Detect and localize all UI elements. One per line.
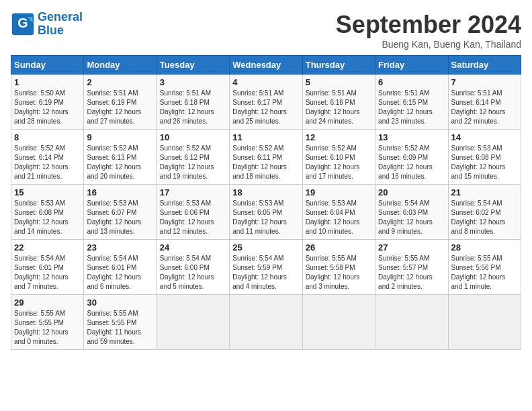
day-info: Sunrise: 5:54 AMSunset: 6:01 PMDaylight:… [87,254,153,291]
day-number: 22 [14,242,81,253]
sunset: Sunset: 6:00 PM [160,264,210,271]
sunset: Sunset: 6:08 PM [451,154,501,161]
day-number: 27 [378,242,445,253]
table-row: 8Sunrise: 5:52 AMSunset: 6:14 PMDaylight… [11,130,84,185]
day-info: Sunrise: 5:55 AMSunset: 5:57 PMDaylight:… [378,254,445,291]
day-info: Sunrise: 5:51 AMSunset: 6:16 PMDaylight:… [306,89,372,126]
sunset: Sunset: 6:14 PM [451,99,501,106]
sunrise: Sunrise: 5:55 AM [451,255,502,262]
day-info: Sunrise: 5:53 AMSunset: 6:07 PMDaylight:… [87,199,153,236]
table-row: 30Sunrise: 5:55 AMSunset: 5:55 PMDayligh… [84,295,157,350]
day-number: 23 [87,242,153,253]
daylight: Daylight: 12 hours and 8 minutes. [451,218,506,235]
day-info: Sunrise: 5:51 AMSunset: 6:15 PMDaylight:… [378,89,445,126]
sunrise: Sunrise: 5:51 AM [232,89,283,97]
calendar-week-row: 22Sunrise: 5:54 AMSunset: 6:01 PMDayligh… [11,240,521,295]
col-sunday: Sunday [11,56,84,75]
daylight: Daylight: 11 hours and 59 minutes. [87,328,141,345]
day-number: 5 [306,77,372,87]
sunset: Sunset: 6:07 PM [87,209,136,216]
daylight: Daylight: 12 hours and 12 minutes. [160,218,214,235]
day-info: Sunrise: 5:53 AMSunset: 6:08 PMDaylight:… [451,144,518,181]
table-row: 5Sunrise: 5:51 AMSunset: 6:16 PMDaylight… [302,75,375,130]
calendar-week-row: 29Sunrise: 5:55 AMSunset: 5:55 PMDayligh… [11,295,521,350]
daylight: Daylight: 12 hours and 26 minutes. [160,108,214,125]
header-area: G General Blue September 2024 Bueng Kan,… [11,11,521,50]
day-number: 9 [87,132,153,142]
calendar-week-row: 8Sunrise: 5:52 AMSunset: 6:14 PMDaylight… [11,130,521,185]
day-number: 12 [306,132,372,142]
sunrise: Sunrise: 5:52 AM [306,144,357,152]
day-info: Sunrise: 5:54 AMSunset: 5:59 PMDaylight:… [232,254,299,291]
col-wednesday: Wednesday [230,56,302,75]
logo-icon: G [11,12,35,36]
day-info: Sunrise: 5:50 AMSunset: 6:19 PMDaylight:… [14,89,81,126]
sunset: Sunset: 6:17 PM [232,99,282,106]
sunset: Sunset: 5:55 PM [87,319,136,326]
calendar-header: Sunday Monday Tuesday Wednesday Thursday… [11,56,521,75]
sunset: Sunset: 6:01 PM [87,264,136,271]
sunrise: Sunrise: 5:55 AM [87,310,138,317]
sunrise: Sunrise: 5:52 AM [87,144,138,152]
day-info: Sunrise: 5:51 AMSunset: 6:18 PMDaylight:… [160,89,226,126]
day-number: 6 [378,77,445,87]
sunrise: Sunrise: 5:53 AM [306,199,357,207]
sunrise: Sunrise: 5:51 AM [378,89,429,97]
sunset: Sunset: 6:04 PM [306,209,355,216]
table-row: 20Sunrise: 5:54 AMSunset: 6:03 PMDayligh… [375,185,448,240]
day-number: 20 [378,187,445,197]
day-info: Sunrise: 5:55 AMSunset: 5:55 PMDaylight:… [87,309,153,347]
daylight: Daylight: 12 hours and 14 minutes. [14,218,69,235]
header-row: Sunday Monday Tuesday Wednesday Thursday… [11,56,521,75]
daylight: Daylight: 12 hours and 16 minutes. [378,163,433,180]
sunrise: Sunrise: 5:54 AM [87,255,138,262]
sunrise: Sunrise: 5:53 AM [232,199,283,207]
table-row: 17Sunrise: 5:53 AMSunset: 6:06 PMDayligh… [157,185,229,240]
calendar-body: 1Sunrise: 5:50 AMSunset: 6:19 PMDaylight… [11,75,521,350]
table-row: 9Sunrise: 5:52 AMSunset: 6:13 PMDaylight… [84,130,157,185]
logo-blue: Blue [38,24,64,37]
sunrise: Sunrise: 5:52 AM [232,144,283,152]
daylight: Daylight: 12 hours and 21 minutes. [14,163,69,180]
day-number: 26 [306,242,372,253]
table-row: 26Sunrise: 5:55 AMSunset: 5:58 PMDayligh… [302,240,375,295]
sunrise: Sunrise: 5:53 AM [451,144,502,152]
calendar-subtitle: Bueng Kan, Bueng Kan, Thailand [336,39,521,50]
day-number: 17 [160,187,226,197]
table-row: 29Sunrise: 5:55 AMSunset: 5:55 PMDayligh… [11,295,84,350]
daylight: Daylight: 12 hours and 23 minutes. [378,108,433,125]
table-row: 27Sunrise: 5:55 AMSunset: 5:57 PMDayligh… [375,240,448,295]
day-info: Sunrise: 5:54 AMSunset: 6:03 PMDaylight:… [378,199,445,236]
day-number: 15 [14,187,81,197]
daylight: Daylight: 12 hours and 27 minutes. [87,108,141,125]
sunrise: Sunrise: 5:53 AM [14,199,65,207]
day-number: 24 [160,242,226,253]
day-info: Sunrise: 5:52 AMSunset: 6:12 PMDaylight:… [160,144,226,181]
table-row: 4Sunrise: 5:51 AMSunset: 6:17 PMDaylight… [230,75,302,130]
day-info: Sunrise: 5:54 AMSunset: 6:02 PMDaylight:… [451,199,518,236]
logo-text: General Blue [38,11,83,38]
day-info: Sunrise: 5:52 AMSunset: 6:09 PMDaylight:… [378,144,445,181]
sunset: Sunset: 6:13 PM [87,154,136,161]
sunset: Sunset: 6:14 PM [14,154,64,161]
day-number: 18 [232,187,299,197]
day-number: 4 [232,77,299,87]
sunset: Sunset: 6:19 PM [87,99,136,106]
daylight: Daylight: 12 hours and 13 minutes. [87,218,141,235]
sunrise: Sunrise: 5:52 AM [378,144,429,152]
daylight: Daylight: 12 hours and 28 minutes. [14,108,69,125]
sunrise: Sunrise: 5:55 AM [378,255,429,262]
sunset: Sunset: 6:06 PM [160,209,210,216]
col-thursday: Thursday [302,56,375,75]
sunrise: Sunrise: 5:51 AM [87,89,138,97]
sunrise: Sunrise: 5:54 AM [160,255,211,262]
table-row: 14Sunrise: 5:53 AMSunset: 6:08 PMDayligh… [448,130,521,185]
table-row [302,295,375,350]
daylight: Daylight: 12 hours and 4 minutes. [232,273,287,290]
table-row [157,295,229,350]
sunrise: Sunrise: 5:53 AM [160,199,211,207]
daylight: Daylight: 12 hours and 24 minutes. [306,108,360,125]
sunrise: Sunrise: 5:51 AM [451,89,502,97]
logo: G General Blue [11,11,83,38]
daylight: Daylight: 12 hours and 19 minutes. [160,163,214,180]
